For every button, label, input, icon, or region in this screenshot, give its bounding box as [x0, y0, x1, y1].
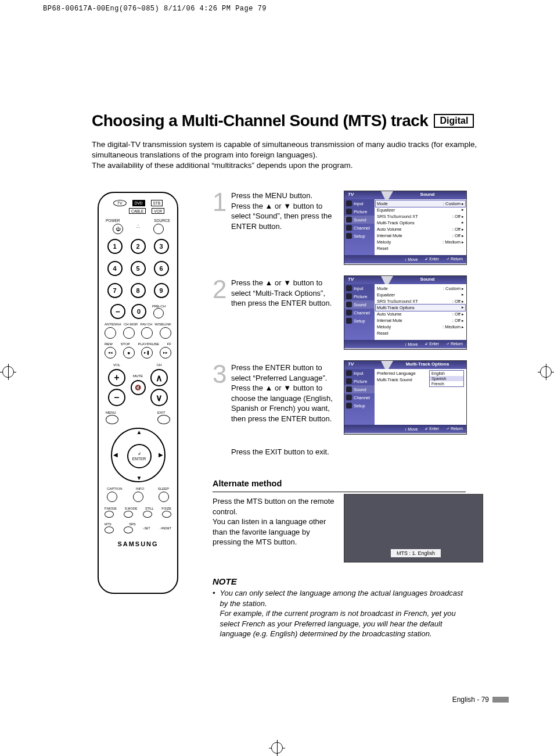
osd-side-input: Input	[354, 201, 364, 206]
lbl-favch: FAV.CH	[140, 323, 152, 326]
registration-mark-left	[0, 364, 16, 380]
num-1: 1	[107, 239, 123, 254]
dpad-left-icon: ◀	[113, 452, 118, 458]
remote-diagram: TV DVD STB CABLE VCR POWERSOURCE ⏻ ∴ 123…	[98, 192, 178, 594]
lang-french: French	[430, 381, 463, 386]
lbl-info: INFO	[136, 487, 144, 490]
source-button	[153, 224, 164, 234]
osd-row-mel-val: : Medium	[443, 239, 461, 245]
osd2-row-im: Internal Mute	[377, 318, 402, 323]
osd2-side-input: Input	[354, 286, 364, 291]
wiselink-button	[160, 327, 171, 339]
favch-button	[141, 327, 153, 339]
osd3-footer-enter: ↲ Enter	[425, 427, 439, 431]
alternate-method-rule	[213, 492, 466, 492]
note-title: NOTE	[213, 576, 237, 586]
lbl-mts: MTS	[105, 522, 111, 526]
lbl-still: STILL	[145, 507, 154, 510]
mts-osd: MTS : 1. English	[344, 494, 483, 562]
dpad-right-icon: ▶	[159, 452, 163, 458]
sleep-button	[159, 492, 169, 502]
osd2-row-im-val: : Off	[452, 318, 461, 323]
page-title: Choosing a Multi-Channel Sound (MTS) tra…	[92, 112, 428, 130]
num-3: 3	[154, 239, 169, 254]
chmgr-button	[123, 327, 135, 339]
prech-button	[153, 308, 164, 318]
lbl-psize: P.SIZE	[161, 507, 171, 510]
mts-badge: MTS : 1. English	[391, 549, 441, 557]
registration-mark-bottom	[269, 740, 285, 756]
lbl-source: SOURCE	[154, 218, 170, 223]
rew-button: ◂◂	[105, 347, 116, 359]
lbl-ch: CH	[157, 363, 162, 367]
exit-instruction: Press the EXIT button to exit.	[231, 447, 329, 456]
num-6: 6	[154, 261, 169, 276]
lbl-menu: MENU	[106, 411, 116, 414]
osd2-title: Sound	[388, 276, 466, 284]
lbl-chmgr: CH MGR	[124, 323, 138, 326]
osd3-side-setup: Setup	[354, 403, 365, 409]
osd3-side-channel: Channel	[354, 395, 370, 400]
number-pad: 123 456 789	[103, 239, 172, 298]
dpad: ▲ ▼ ◀ ▶ ↲ENTER	[111, 428, 166, 482]
lbl-set: SET	[145, 526, 150, 530]
lbl-stop: STOP	[121, 342, 130, 346]
lbl-srs: SRS	[129, 522, 135, 526]
antenna-button	[105, 327, 116, 339]
mode-stb: STB	[151, 200, 163, 206]
osd3-row-pref: Preferred Language	[377, 371, 416, 376]
osd3-side-sound: Sound	[354, 387, 366, 392]
osd-footer-move: ↕ Move	[405, 257, 418, 261]
play-button: ▸❚	[141, 347, 153, 359]
brand-logo: SAMSUNG	[103, 540, 172, 547]
osd3-footer-return: ⤶ Return	[446, 427, 463, 431]
osd-row-av-val: : Off	[452, 227, 461, 232]
osd-sound-2: TVSound Input Picture Sound Channel Setu…	[344, 275, 467, 350]
osd-mto: TVMulti-Track Options Input Picture Soun…	[344, 360, 467, 435]
osd2-tv-label: TV	[344, 276, 385, 284]
lbl-smode: S.MODE	[125, 507, 138, 510]
osd-sound-1: TVSound Input Picture Sound Channel Setu…	[344, 191, 467, 265]
osd-tv-label: TV	[344, 191, 385, 199]
lbl-play: PLAY/PAUSE	[138, 342, 159, 346]
vol-up: +	[108, 369, 125, 386]
osd-row-av: Auto Volume	[377, 227, 402, 232]
lbl-exit: EXIT	[157, 411, 165, 414]
pmode-button	[105, 511, 114, 518]
osd-row-mel: Melody	[377, 239, 391, 245]
stop-button: ■	[123, 347, 135, 359]
osd2-side-channel: Channel	[354, 310, 370, 316]
step-2-number: 2	[213, 278, 231, 309]
alternate-method-text: Press the MTS button on the remote contr…	[213, 496, 334, 547]
osd-side-setup: Setup	[354, 234, 365, 239]
caption-button	[107, 492, 117, 502]
lbl-vol: VOL	[113, 363, 120, 367]
step-3-text: Press the ENTER button to select “Prefer…	[231, 363, 339, 424]
osd2-row-mel-val: : Medium	[443, 324, 461, 329]
osd2-side-setup: Setup	[354, 318, 365, 324]
osd-row-srs: SRS TruSurround XT	[377, 214, 418, 219]
dash-button: –	[110, 304, 125, 319]
ch-down: ∨	[150, 389, 168, 406]
lbl-power: POWER	[106, 218, 120, 223]
smode-button	[124, 511, 133, 518]
num-8: 8	[131, 283, 146, 298]
page-accent-bar	[492, 697, 509, 703]
osd2-row-mode: Mode	[377, 286, 388, 291]
mode-tv: TV	[113, 200, 127, 206]
exit-button	[157, 415, 170, 424]
osd-row-mode: Mode	[377, 201, 388, 206]
dpad-up-icon: ▲	[136, 429, 142, 435]
vol-down: –	[108, 389, 125, 406]
lbl-reset: RESET	[161, 526, 171, 530]
language-dropdown: English Spanish French	[429, 370, 464, 387]
step-2-text: Press the ▲ or ▼ button to select “Multi…	[231, 278, 341, 309]
osd2-footer-move: ↕ Move	[405, 342, 418, 346]
mute-button: 🔇	[131, 380, 146, 395]
osd2-side-sound: Sound	[354, 302, 366, 307]
osd-row-im-val: : Off	[452, 233, 461, 238]
osd-row-reset: Reset	[377, 246, 388, 251]
osd2-side-picture: Picture	[354, 294, 367, 299]
note-text: You can only select the language among t…	[220, 588, 468, 639]
lbl-caption: CAPTION	[107, 487, 123, 490]
